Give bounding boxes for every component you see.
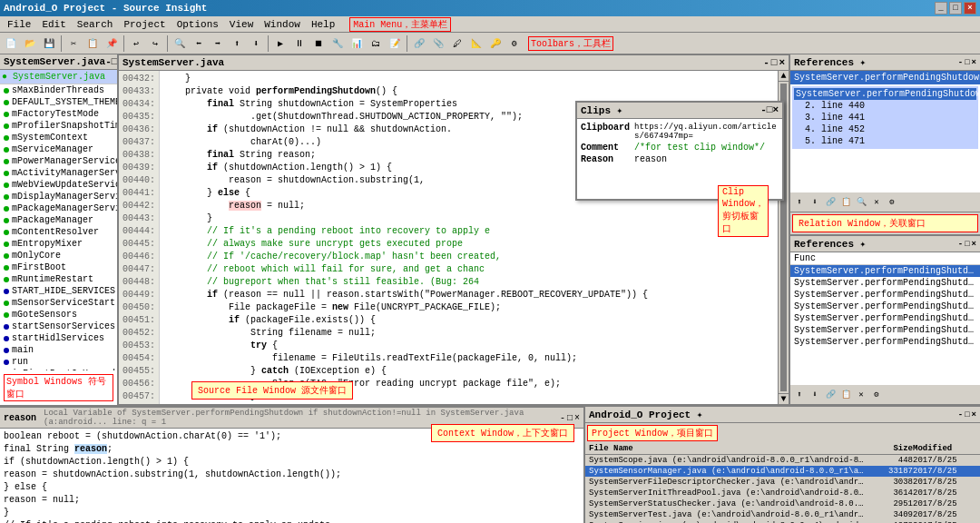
tb11[interactable]: 📐 — [467, 35, 485, 53]
source-maximize[interactable]: □ — [771, 57, 778, 68]
menu-project[interactable]: Project — [118, 16, 171, 32]
symbol-item-3[interactable]: mProfilerSnapshotTimer — [0, 120, 117, 132]
project-file-row-3[interactable]: SystemServerInitThreadPool.java (e:\andr… — [585, 488, 980, 498]
ref2-tb-btn-6[interactable]: ⚙ — [869, 388, 884, 402]
new-button[interactable]: 📄 — [2, 35, 20, 53]
symbol-item-11[interactable]: mPackageManager — [0, 214, 117, 226]
symbol-item-20[interactable]: startSensorServices — [0, 321, 117, 332]
ref-tree-item-3[interactable]: 3. line 441 — [794, 112, 976, 123]
tb5[interactable]: 📊 — [348, 35, 366, 53]
ref-tree-root[interactable]: SystemServer.performPendingShutdown — [794, 88, 976, 100]
ref-tb-btn-2[interactable]: ⬇ — [808, 195, 822, 210]
tb9[interactable]: 📎 — [429, 35, 447, 53]
tb13[interactable]: ⚙ — [505, 35, 524, 53]
back-button[interactable]: ⬅ — [190, 35, 208, 53]
maximize-button[interactable]: □ — [949, 2, 962, 15]
symbol-item-15[interactable]: mFirstBoot — [0, 262, 117, 273]
ref2-tb-btn-4[interactable]: 📋 — [838, 388, 853, 402]
tb4[interactable]: 🔧 — [328, 35, 347, 53]
ref-tree-item-4[interactable]: 4. line 452 — [794, 123, 976, 135]
project-close[interactable]: × — [972, 410, 976, 419]
project-file-row-5[interactable]: SystemServerTest.java (e:\android\androi… — [585, 509, 980, 520]
menu-view[interactable]: View — [224, 16, 259, 32]
tb1[interactable]: ▶ — [271, 35, 289, 53]
tb6[interactable]: 🗂 — [367, 35, 385, 53]
ref2-item-3[interactable]: SystemServer.performPendingShutdown — [790, 301, 980, 312]
symbol-item-18[interactable]: mSensorServiceStart — [0, 297, 117, 309]
symbol-item-6[interactable]: mPowerManagerService — [0, 155, 117, 167]
menu-help[interactable]: Help — [306, 16, 340, 32]
symbol-item-5[interactable]: mServiceManager — [0, 143, 117, 155]
save-button[interactable]: 💾 — [40, 35, 58, 53]
symbol-item-23[interactable]: run — [0, 356, 117, 368]
ref-controls-1[interactable]: - □ × — [958, 58, 976, 67]
undo-button[interactable]: ↩ — [127, 35, 145, 53]
symbol-item-4[interactable]: mSystemContext — [0, 132, 117, 143]
ref-selected-item-1[interactable]: SystemServer.performPendingShutdown...re… — [790, 71, 980, 84]
redo-button[interactable]: ↪ — [146, 35, 164, 53]
ref-maximize-1[interactable]: □ — [965, 58, 969, 67]
scroll-up[interactable]: ▲ — [779, 71, 789, 82]
ref2-item-5[interactable]: SystemServer.performPendingShutdown — [790, 324, 980, 336]
menu-file[interactable]: File — [2, 16, 36, 32]
context-maximize[interactable]: □ — [567, 413, 573, 423]
open-button[interactable]: 📂 — [21, 35, 39, 53]
ref-tb-btn-6[interactable]: ✕ — [869, 195, 884, 210]
project-file-row-4[interactable]: SystemServerStatusChecker.java (e:\andro… — [585, 498, 980, 509]
scroll-down[interactable]: ▼ — [779, 393, 789, 404]
ref-tree-item-2[interactable]: 2. line 440 — [794, 100, 976, 112]
ref-tb-btn-1[interactable]: ⬆ — [792, 195, 807, 210]
cut-button[interactable]: ✂ — [64, 35, 83, 53]
context-minimize[interactable]: - — [560, 413, 565, 423]
tb7[interactable]: 📝 — [386, 35, 404, 53]
ref-tree-item-5[interactable]: 5. line 471 — [794, 135, 976, 147]
ref2-item-1[interactable]: SystemServer.performPendingShutdown — [790, 277, 980, 289]
tb2[interactable]: ⏸ — [290, 35, 309, 53]
context-close[interactable]: × — [574, 413, 580, 423]
menu-options[interactable]: Options — [172, 16, 224, 32]
ref-close-1[interactable]: × — [972, 58, 976, 67]
down-button[interactable]: ⬇ — [247, 35, 265, 53]
ref2-tb-btn-5[interactable]: ✕ — [854, 388, 868, 402]
symbol-item-14[interactable]: mOnlyCore — [0, 250, 117, 262]
symbol-item-1[interactable]: DEFAULT_SYSTEM_THEME — [0, 96, 117, 108]
menu-window[interactable]: Window — [259, 16, 306, 32]
project-file-row-2[interactable]: SystemServerFileDescriptorChecker.java (… — [585, 477, 980, 488]
project-minimize[interactable]: - — [958, 410, 963, 419]
symbol-item-22[interactable]: main — [0, 344, 117, 356]
ref-close-2[interactable]: × — [972, 240, 976, 249]
project-maximize[interactable]: □ — [965, 410, 969, 419]
menu-edit[interactable]: Edit — [36, 16, 71, 32]
ref2-tb-btn-3[interactable]: 🔗 — [823, 388, 838, 402]
minimize-button[interactable]: _ — [935, 2, 947, 15]
tb8[interactable]: 🔗 — [410, 35, 428, 53]
ref-tb-btn-3[interactable]: 🔗 — [823, 195, 838, 210]
symbol-item-10[interactable]: mPackageManagerService — [0, 202, 117, 214]
copy-button[interactable]: 📋 — [83, 35, 102, 53]
forward-button[interactable]: ➡ — [209, 35, 227, 53]
window-controls[interactable]: _ □ × — [935, 2, 976, 15]
ref-controls-2[interactable]: - □ × — [958, 240, 976, 249]
project-file-row-1[interactable]: SystemSensorManager.java (e:\android\and… — [585, 466, 980, 477]
ref2-item-0[interactable]: SystemServer.performPendingShutdown... — [790, 265, 980, 277]
ref-minimize-2[interactable]: - — [958, 240, 963, 249]
close-button[interactable]: × — [964, 2, 976, 15]
find-button[interactable]: 🔍 — [171, 35, 189, 53]
symbol-item-19[interactable]: mGoteSensors — [0, 309, 117, 321]
source-minimize[interactable]: - — [763, 57, 769, 68]
tb3[interactable]: ⏹ — [309, 35, 328, 53]
paste-button[interactable]: 📌 — [103, 35, 121, 53]
ref-minimize-1[interactable]: - — [958, 58, 963, 67]
up-button[interactable]: ⬆ — [228, 35, 246, 53]
ref-tb-btn-5[interactable]: 🔍 — [854, 195, 868, 210]
ref2-item-2[interactable]: SystemServer.performPendingShutdown — [790, 289, 980, 301]
ref-tb-btn-7[interactable]: ⚙ — [885, 195, 899, 210]
project-file-row-0[interactable]: SystemScope.java (e:\android\android-8.0… — [585, 455, 980, 466]
ref2-tb-btn-1[interactable]: ⬆ — [792, 388, 807, 402]
project-controls[interactable]: - □ × — [958, 410, 976, 419]
tb12[interactable]: 🔑 — [486, 35, 505, 53]
symbol-item-0[interactable]: sMaxBinderThreads — [0, 84, 117, 96]
symbol-item-17[interactable]: START_HIDE_SERVICES — [0, 285, 117, 297]
ref2-tb-btn-2[interactable]: ⬇ — [808, 388, 822, 402]
source-controls[interactable]: - □ × — [763, 57, 785, 68]
